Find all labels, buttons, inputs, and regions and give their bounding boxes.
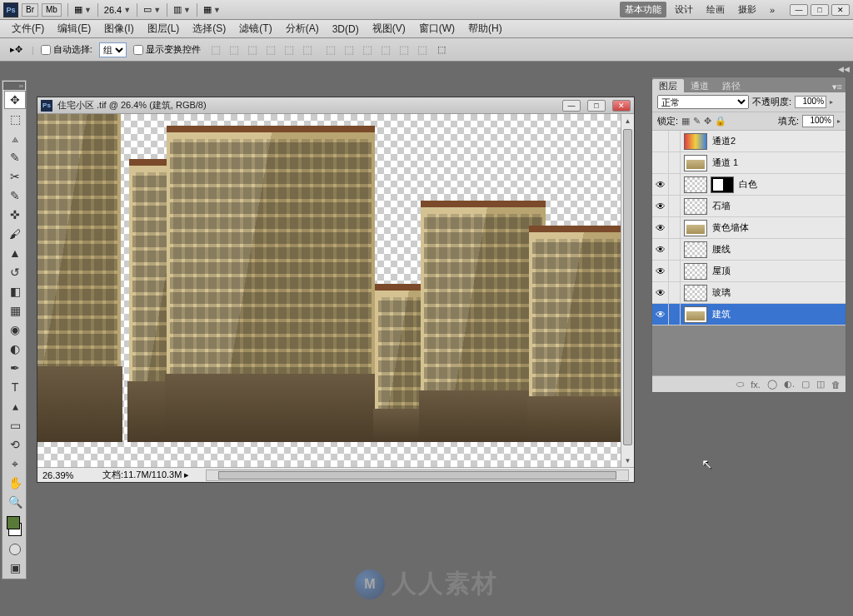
marquee-tool[interactable]: ⬚ [4,110,26,128]
type-tool[interactable]: T [4,378,26,396]
link-cell[interactable] [669,196,681,216]
scroll-up-arrow[interactable]: ▲ [621,114,634,127]
tab-paths[interactable]: 路径 [716,79,747,92]
align-left-icon[interactable]: ⬚ [262,42,279,58]
dist-5-icon[interactable]: ⬚ [396,42,412,58]
photoshop-icon[interactable]: Ps [3,2,18,17]
doc-close-button[interactable]: ✕ [612,100,631,112]
workspace-more[interactable]: » [765,3,780,17]
menu-edit[interactable]: 编辑(E) [51,19,97,38]
visibility-toggle[interactable]: 👁 [652,217,669,238]
canvas[interactable] [37,114,621,467]
link-cell[interactable] [669,131,681,152]
opacity-arrow-icon[interactable]: ▸ [830,98,833,106]
vertical-scrollbar[interactable]: ▲ ▼ [621,114,634,467]
3d-tool[interactable]: ⟲ [4,435,26,454]
layer-name[interactable]: 通道 1 [711,156,738,169]
tab-channels[interactable]: 通道 [684,79,716,92]
visibility-toggle[interactable]: 👁 [652,282,669,303]
layer-thumbnail[interactable] [684,133,707,150]
link-layers-icon[interactable]: ⬭ [736,379,744,390]
align-bottom-icon[interactable]: ⬚ [244,42,261,58]
eyedropper-tool[interactable]: ✎ [4,186,26,205]
guides-dropdown[interactable]: ▦▼ [203,4,221,15]
zoom-dropdown[interactable]: 26.4▼ [104,5,131,15]
layer-name[interactable]: 玻璃 [711,286,731,299]
dodge-tool[interactable]: ◐ [4,340,26,358]
visibility-toggle[interactable]: 👁 [652,239,669,260]
zoom-value[interactable]: 26.39% [42,470,92,480]
workspace-photo[interactable]: 摄影 [733,2,761,17]
menu-file[interactable]: 文件(F) [5,19,51,38]
auto-align-icon[interactable]: ⬚ [437,44,446,55]
link-cell[interactable] [669,282,681,303]
auto-select-checkbox[interactable]: 自动选择: [41,43,92,56]
tab-layers[interactable]: 图层 [652,79,684,92]
workspace-paint[interactable]: 绘画 [701,2,730,17]
blur-tool[interactable]: ◉ [4,320,26,339]
doc-minimize-button[interactable]: — [562,100,581,112]
stamp-tool[interactable]: ▲ [4,244,26,262]
layer-thumbnail[interactable] [684,220,707,236]
link-cell[interactable] [669,174,681,195]
layer-row[interactable]: 👁白色 [652,174,846,196]
link-cell[interactable] [669,261,681,281]
fill-arrow-icon[interactable]: ▸ [837,117,841,125]
bridge-button[interactable]: Br [22,3,38,17]
visibility-toggle[interactable]: 👁 [652,174,669,195]
quick-mask-toggle[interactable] [4,541,26,558]
show-transform-checkbox[interactable]: 显示变换控件 [133,43,201,56]
layer-name[interactable]: 石墙 [711,200,731,212]
layer-thumbnail[interactable] [684,241,707,258]
maximize-button[interactable]: □ [811,4,829,16]
fill-value[interactable]: 100% [802,115,834,127]
dist-6-icon[interactable]: ⬚ [414,42,431,58]
menu-image[interactable]: 图像(I) [97,19,140,38]
zoom-tool[interactable]: 🔍 [4,493,26,511]
vscroll-thumb[interactable] [623,129,632,445]
hand-tool[interactable]: ✋ [4,474,26,492]
close-button[interactable]: ✕ [831,4,850,16]
layer-row[interactable]: 👁腰线 [652,239,846,261]
panel-menu-icon[interactable]: ▾≡ [829,82,846,92]
align-hcenter-icon[interactable]: ⬚ [281,42,297,58]
link-cell[interactable] [669,304,681,325]
delete-layer-icon[interactable]: 🗑 [831,380,841,390]
visibility-toggle[interactable]: 👁 [652,261,669,281]
horizontal-scrollbar[interactable] [206,469,629,481]
workspace-design[interactable]: 设计 [670,2,698,17]
layer-name[interactable]: 通道2 [711,135,736,147]
gradient-tool[interactable]: ▦ [4,301,26,320]
lock-all-icon[interactable]: 🔒 [715,116,726,127]
layer-thumbnail[interactable] [684,198,707,215]
layer-thumbnail[interactable] [684,176,707,193]
screen-mode-toggle[interactable]: ▣ [4,559,26,577]
lasso-tool[interactable]: ⟁ [4,129,26,147]
layer-row[interactable]: 通道2 [652,131,846,152]
pen-tool[interactable]: ✒ [4,359,26,377]
align-right-icon[interactable]: ⬚ [299,42,316,58]
menu-view[interactable]: 视图(V) [366,19,412,38]
align-vcenter-icon[interactable]: ⬚ [226,42,242,58]
auto-select-target[interactable]: 组 [99,42,127,57]
layer-row[interactable]: 👁建筑 [652,304,846,325]
move-tool-icon[interactable]: ▸✥ [7,41,25,59]
menu-select[interactable]: 选择(S) [186,19,232,38]
layer-row[interactable]: 👁玻璃 [652,282,846,304]
visibility-toggle[interactable] [652,152,669,173]
history-brush-tool[interactable]: ↺ [4,263,26,281]
layer-thumbnail[interactable] [684,263,707,280]
healing-tool[interactable]: ✜ [4,206,26,224]
menu-filter[interactable]: 滤镜(T) [232,19,278,38]
extras-dropdown[interactable]: ▥▼ [173,4,191,15]
layer-name[interactable]: 建筑 [711,308,731,320]
link-cell[interactable] [669,217,681,238]
layer-name[interactable]: 腰线 [711,243,731,256]
menu-window[interactable]: 窗口(W) [412,19,461,38]
layer-name[interactable]: 黄色墙体 [711,221,749,234]
layer-row[interactable]: 👁黄色墙体 [652,217,846,239]
layer-name[interactable]: 白色 [737,178,757,191]
minibridge-button[interactable]: Mb [42,3,62,17]
minimize-button[interactable]: — [790,4,808,16]
quick-select-tool[interactable]: ✎ [4,148,26,166]
